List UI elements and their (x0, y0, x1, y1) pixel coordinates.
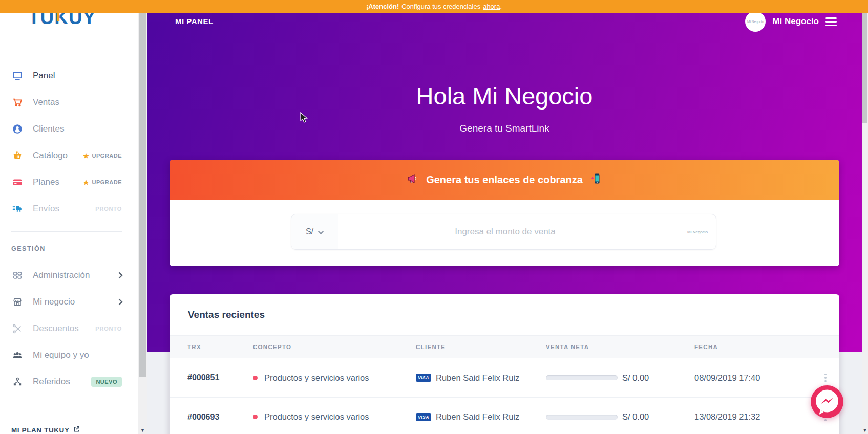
sidebar-item-catalogo[interactable]: Catálogo ★ UPGRADE (0, 148, 138, 163)
main-scroll-down-arrow[interactable]: ▼ (862, 428, 868, 433)
account-name: Mi Negocio (772, 16, 819, 27)
sidebar-scroll-down-arrow[interactable]: ▼ (138, 428, 147, 433)
currency-select[interactable]: S/ (291, 214, 338, 249)
page-title: MI PANEL (175, 17, 214, 26)
pronto-badge: PRONTO (95, 206, 122, 212)
venta-neta-cell: S/ 0.00 (546, 373, 694, 383)
app-window: ¡Atención! Configura tus credenciales ah… (0, 0, 868, 434)
user-icon (11, 123, 24, 135)
sidebar-label: Envíos (33, 204, 59, 214)
sidebar-label: Mi equipo y yo (33, 350, 89, 360)
sidebar-item-ventas[interactable]: Ventas (0, 95, 138, 110)
sidebar-label: Catálogo (33, 150, 68, 161)
hero-greeting: Hola Mi Negocio (147, 82, 862, 110)
sidebar-item-mi-negocio[interactable]: Mi negocio (0, 295, 138, 309)
chevron-down-icon (318, 227, 324, 236)
upgrade-badge[interactable]: ★ UPGRADE (83, 179, 122, 186)
status-dot-icon (253, 376, 258, 380)
sidebar-divider (11, 231, 122, 232)
messenger-chat-button[interactable] (810, 385, 844, 419)
trx-cell: #000693 (187, 413, 253, 422)
column-header-cliente: CLIENTE (416, 344, 546, 350)
venta-neta-cell: S/ 0.00 (546, 412, 694, 422)
avatar[interactable]: Mi Negocio (745, 11, 766, 32)
sidebar-item-envios[interactable]: Envíos PRONTO (0, 202, 138, 216)
sidebar-item-administracion[interactable]: Administración (0, 268, 138, 283)
sidebar-section-gestion: GESTIÓN (11, 245, 46, 252)
concepto-cell: Productos y servicios varios (253, 373, 416, 383)
sidebar: TUKTUY Panel Ventas (0, 0, 138, 434)
sidebar-label: Referidos (33, 377, 70, 387)
basket-icon (11, 149, 24, 162)
visa-badge: VISA (416, 374, 431, 382)
sidebar-label: Clientes (33, 124, 64, 134)
star-icon: ★ (83, 179, 89, 186)
sidebar-item-panel[interactable]: Panel (0, 69, 138, 83)
trx-cell: #000851 (187, 373, 253, 382)
sidebar-label: Mi negocio (33, 297, 75, 307)
smartlink-card: Genera tus enlaces de cobranza S/ Mi Neg… (170, 160, 839, 266)
currency-label: S/ (306, 227, 313, 236)
monitor-icon (11, 70, 24, 82)
sidebar-label: Ventas (33, 97, 59, 107)
recent-sales-card: Ventas recientes TRX CONCEPTO CLIENTE VE… (170, 294, 839, 434)
sidebar-item-mi-equipo[interactable]: Mi equipo y yo (0, 348, 138, 362)
upgrade-badge[interactable]: ★ UPGRADE (83, 152, 122, 160)
chevron-right-icon (118, 272, 123, 279)
amount-input-group: S/ Mi Negocio (291, 214, 716, 250)
amount-input[interactable] (338, 214, 672, 249)
main-scrollbar: ▼ (862, 13, 868, 434)
nuevo-badge: NUEVO (91, 377, 122, 387)
hamburger-menu-icon[interactable] (825, 17, 837, 26)
row-actions-kebab-icon[interactable] (822, 372, 829, 384)
visa-badge: VISA (416, 413, 431, 421)
mouse-cursor-icon (300, 112, 311, 126)
column-header-fecha: FECHA (694, 344, 822, 350)
banner-ahora-link[interactable]: ahora (483, 3, 500, 10)
mi-plan-tukuy-link[interactable]: MI PLAN TUKUY (11, 426, 80, 434)
sidebar-item-descuentos[interactable]: Descuentos PRONTO (0, 321, 138, 336)
column-header-trx: TRX (187, 344, 253, 350)
mobile-phone-icon (590, 172, 602, 187)
sidebar-item-planes[interactable]: Planes ★ UPGRADE (0, 175, 138, 189)
external-link-icon (73, 426, 80, 434)
team-icon (11, 349, 24, 361)
sidebar-label: Descuentos (33, 323, 79, 334)
chevron-right-icon (118, 298, 123, 306)
store-icon (11, 296, 24, 308)
fecha-cell: 08/09/2019 17:40 (694, 373, 822, 383)
scissors-icon (11, 322, 24, 335)
avatar-label: Mi Negocio (747, 20, 764, 24)
modules-icon (11, 269, 24, 281)
sidebar-item-clientes[interactable]: Clientes (0, 122, 138, 136)
table-row: #000851 Productos y servicios varios VIS… (170, 358, 839, 397)
sidebar-item-referidos[interactable]: Referidos NUEVO (0, 375, 138, 389)
account-menu[interactable]: Mi Negocio Mi Negocio (745, 11, 837, 32)
main-scrollbar-thumb[interactable] (862, 13, 867, 123)
truck-icon (11, 203, 24, 215)
referral-icon (11, 376, 24, 388)
input-watermark: Mi Negocio (672, 214, 716, 249)
star-icon: ★ (83, 152, 89, 160)
concepto-cell: Productos y servicios varios (253, 412, 416, 422)
status-dot-icon (253, 415, 258, 419)
banner-message: Configura tus credenciales (401, 3, 480, 10)
hero-subtitle: Genera tu SmartLink (147, 123, 862, 134)
progress-bar (546, 415, 618, 420)
sidebar-scrollbar-thumb[interactable] (139, 13, 146, 377)
sidebar-label: Panel (33, 71, 55, 81)
megaphone-icon (407, 172, 419, 187)
table-row: #000693 Productos y servicios varios VIS… (170, 397, 839, 434)
banner-attention-text: ¡Atención! (366, 3, 399, 10)
progress-bar (546, 375, 618, 380)
sidebar-label: Administración (33, 270, 90, 280)
sidebar-label: Planes (33, 177, 59, 187)
column-header-venta-neta: VENTA NETA (546, 344, 694, 350)
cliente-cell: VISA Ruben Said Felix Ruiz (416, 412, 546, 422)
cart-icon (11, 96, 24, 108)
banner-period: . (500, 3, 502, 10)
column-header-concepto: CONCEPTO (253, 344, 416, 350)
attention-banner: ¡Atención! Configura tus credenciales ah… (0, 0, 868, 13)
sidebar-scrollbar: ▼ (138, 13, 147, 434)
pronto-badge: PRONTO (95, 326, 122, 332)
